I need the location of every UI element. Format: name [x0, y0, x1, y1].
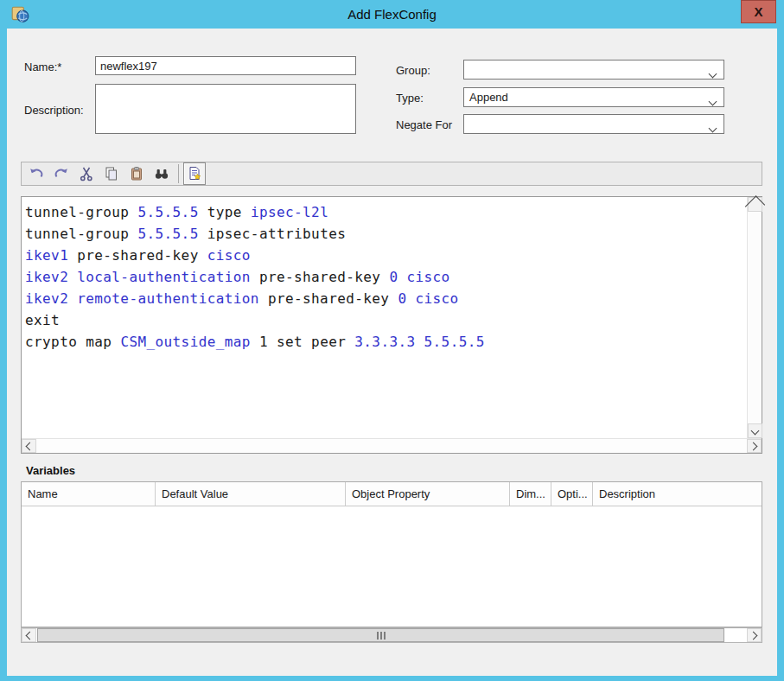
- chevron-down-icon: [710, 67, 716, 80]
- name-label: Name:*: [24, 60, 61, 73]
- code-token: 0 cisco: [389, 269, 449, 285]
- type-dropdown[interactable]: Append: [463, 87, 724, 107]
- toolbar-separator: [178, 164, 179, 183]
- code-token: ipsec-l2l: [251, 204, 328, 220]
- binoculars-icon: [154, 166, 169, 181]
- cut-button[interactable]: [76, 163, 97, 184]
- negate-for-dropdown[interactable]: [463, 114, 724, 134]
- code-token: 1 set peer: [251, 334, 354, 350]
- code-line: ikev2 local-authentication pre-shared-ke…: [25, 266, 747, 288]
- code-line: tunnel-group 5.5.5.5 type ipsec-l2l: [25, 201, 747, 223]
- close-button[interactable]: X: [741, 0, 776, 23]
- code-token: 0 cisco: [398, 290, 458, 307]
- code-token: ikev2 remote-authentication: [25, 290, 259, 307]
- chevron-down-icon: [710, 94, 716, 107]
- scroll-down-button[interactable]: [748, 423, 762, 438]
- column-header[interactable]: Name: [22, 482, 156, 506]
- paste-icon: [129, 166, 144, 181]
- titlebar: Add FlexConfig X: [0, 0, 784, 29]
- scroll-up-button[interactable]: [748, 197, 762, 212]
- type-value: Append: [469, 91, 508, 104]
- column-header[interactable]: Opti...: [551, 482, 593, 506]
- scrollbar-thumb[interactable]: [37, 628, 724, 642]
- chevron-right-icon: [749, 442, 758, 450]
- code-token: type: [199, 204, 251, 220]
- code-content[interactable]: tunnel-group 5.5.5.5 type ipsec-l2ltunne…: [22, 197, 747, 438]
- code-token: tunnel-group: [25, 204, 137, 220]
- chevron-left-icon: [26, 631, 35, 640]
- editor-toolbar: [21, 162, 762, 186]
- undo-icon: [29, 166, 44, 181]
- variables-horizontal-scrollbar[interactable]: [21, 627, 762, 643]
- variables-table-header: NameDefault ValueObject PropertyDim...Op…: [22, 482, 762, 506]
- scroll-right-button[interactable]: [747, 628, 762, 642]
- chevron-down-icon: [751, 427, 760, 436]
- description-input[interactable]: [95, 84, 356, 134]
- code-line: tunnel-group 5.5.5.5 ipsec-attributes: [25, 223, 747, 245]
- scroll-left-button[interactable]: [22, 439, 36, 453]
- close-icon: X: [754, 4, 762, 19]
- flexconfig-code-editor[interactable]: tunnel-group 5.5.5.5 type ipsec-l2ltunne…: [21, 196, 762, 454]
- insert-variable-icon: [187, 166, 202, 181]
- code-token: 5.5.5.5: [137, 204, 198, 220]
- copy-button[interactable]: [101, 163, 122, 184]
- variables-section-label: Variables: [26, 464, 75, 477]
- code-token: crypto map: [25, 334, 120, 350]
- cut-icon: [79, 166, 94, 181]
- code-token: ikev1: [25, 247, 68, 264]
- scroll-left-button[interactable]: [22, 628, 36, 642]
- column-header[interactable]: Default Value: [156, 482, 346, 506]
- code-token: cisco: [207, 247, 251, 264]
- add-flexconfig-window: { "window": { "title": "Add FlexConfig",…: [0, 0, 784, 681]
- code-line: crypto map CSM_outside_map 1 set peer 3.…: [25, 331, 747, 353]
- code-line: ikev2 remote-authentication pre-shared-k…: [25, 288, 747, 309]
- variables-table: NameDefault ValueObject PropertyDim...Op…: [21, 481, 762, 627]
- insert-variable-button[interactable]: [183, 162, 206, 185]
- type-label: Type:: [396, 92, 424, 105]
- column-header[interactable]: Dim...: [510, 482, 551, 506]
- name-input[interactable]: [95, 56, 356, 75]
- description-label: Description:: [24, 104, 84, 117]
- redo-button[interactable]: [51, 163, 72, 184]
- chevron-right-icon: [749, 631, 758, 640]
- window-title: Add FlexConfig: [0, 7, 784, 22]
- code-token: pre-shared-key: [259, 290, 398, 307]
- group-label: Group:: [396, 64, 430, 77]
- dialog-content: Name:* Description: Group: Type: Append …: [7, 29, 777, 676]
- code-token: 3.3.3.3 5.5.5.5: [354, 334, 485, 350]
- negate-for-label: Negate For: [396, 118, 452, 131]
- code-line: exit: [25, 309, 747, 331]
- find-button[interactable]: [151, 163, 172, 184]
- grip-icon: [377, 632, 386, 640]
- chevron-down-icon: [710, 121, 716, 134]
- code-token: pre-shared-key: [251, 269, 390, 285]
- code-token: CSM_outside_map: [120, 334, 251, 350]
- column-header[interactable]: Object Property: [346, 482, 510, 506]
- code-token: ikev2 local-authentication: [25, 269, 251, 285]
- code-line: ikev1 pre-shared-key cisco: [25, 245, 747, 266]
- redo-icon: [54, 166, 69, 181]
- code-token: tunnel-group: [25, 226, 137, 242]
- code-token: ipsec-attributes: [199, 226, 347, 242]
- chevron-up-icon: [745, 195, 765, 215]
- code-token: 5.5.5.5: [137, 226, 198, 242]
- variables-table-body[interactable]: [22, 506, 762, 627]
- code-token: pre-shared-key: [68, 247, 207, 264]
- column-header[interactable]: Description: [593, 482, 762, 506]
- chevron-left-icon: [26, 442, 35, 450]
- copy-icon: [104, 166, 119, 181]
- paste-button[interactable]: [126, 163, 147, 184]
- undo-button[interactable]: [26, 163, 47, 184]
- code-horizontal-scrollbar[interactable]: [22, 438, 762, 453]
- group-dropdown[interactable]: [463, 60, 724, 80]
- code-vertical-scrollbar[interactable]: [747, 197, 762, 438]
- code-token: exit: [25, 312, 60, 328]
- scroll-right-button[interactable]: [747, 439, 762, 453]
